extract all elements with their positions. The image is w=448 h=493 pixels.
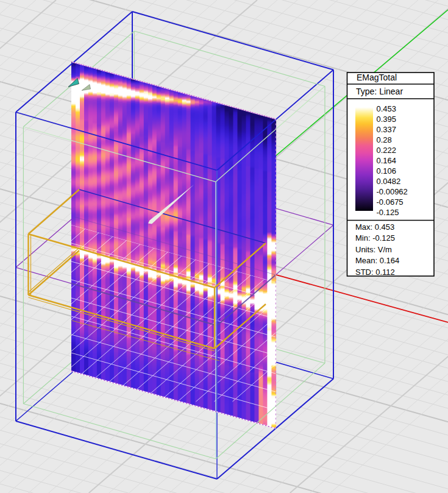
svg-text:0.395: 0.395 [377, 115, 397, 124]
svg-text:-0.0675: -0.0675 [377, 197, 404, 207]
svg-text:0.222: 0.222 [377, 146, 397, 155]
svg-text:0.0482: 0.0482 [377, 177, 401, 186]
svg-text:-0.00962: -0.00962 [377, 187, 408, 196]
svg-text:0.164: 0.164 [377, 156, 397, 165]
svg-text:Units: V/m: Units: V/m [355, 245, 392, 254]
svg-text:0.28: 0.28 [377, 135, 392, 144]
svg-text:STD: 0.112: STD: 0.112 [355, 268, 395, 277]
svg-text:0.453: 0.453 [377, 104, 397, 113]
svg-text:Max: 0.453: Max: 0.453 [355, 222, 394, 232]
svg-text:Type: Linear: Type: Linear [356, 87, 403, 96]
svg-text:-0.125: -0.125 [377, 208, 399, 217]
svg-text:Min: -0.125: Min: -0.125 [355, 233, 395, 243]
svg-text:0.337: 0.337 [377, 125, 397, 134]
svg-text:EMagTotal: EMagTotal [357, 73, 397, 82]
svg-text:Mean: 0.164: Mean: 0.164 [355, 256, 399, 265]
svg-text:0.106: 0.106 [377, 166, 397, 176]
